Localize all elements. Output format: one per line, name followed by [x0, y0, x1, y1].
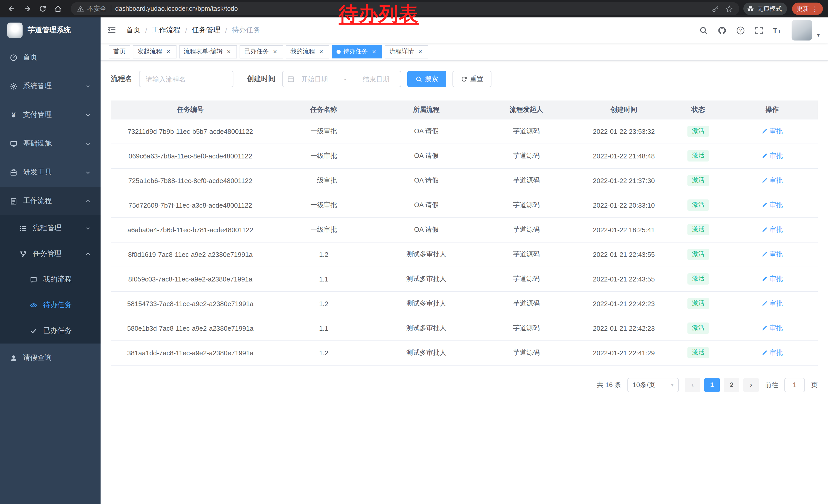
approve-link[interactable]: 审批	[761, 127, 783, 136]
home-icon[interactable]	[51, 2, 65, 15]
approve-link[interactable]: 审批	[761, 225, 783, 234]
cell-initiator: 芋道源码	[475, 316, 578, 340]
cell-created: 2022-01-22 23:53:32	[578, 119, 670, 144]
page-button-1[interactable]: 1	[704, 378, 720, 392]
cell-created: 2022-01-22 18:25:41	[578, 217, 670, 242]
github-icon[interactable]	[718, 26, 727, 35]
sidebar-item-home[interactable]: 首页	[0, 43, 100, 72]
app-logo[interactable]: 芋道管理系统	[0, 17, 100, 43]
fullscreen-icon[interactable]	[755, 26, 763, 35]
goto-page-input[interactable]	[784, 378, 805, 392]
cell-process: OA 请假	[378, 119, 475, 144]
tab-start-process[interactable]: 发起流程 ×	[133, 45, 176, 58]
start-date-input[interactable]	[294, 75, 334, 83]
approve-link[interactable]: 审批	[761, 299, 783, 308]
status-badge: 激活	[688, 273, 709, 284]
tab-home[interactable]: 首页	[109, 45, 130, 58]
active-dot	[336, 49, 341, 54]
sidebar-item-done-task[interactable]: 已办任务	[0, 318, 100, 343]
cell-task-name: 1.2	[270, 340, 378, 365]
prev-page-button[interactable]: ‹	[685, 378, 700, 392]
chevron-down-icon	[85, 170, 91, 175]
key-icon[interactable]	[711, 5, 719, 12]
cell-task-name: 一级审批	[270, 168, 378, 193]
cell-action: 审批	[727, 144, 818, 168]
page-button-2[interactable]: 2	[724, 378, 739, 392]
close-icon[interactable]: ×	[225, 48, 233, 55]
approve-link[interactable]: 审批	[761, 250, 783, 259]
sidebar-item-infrastructure[interactable]: 基础设施	[0, 129, 100, 158]
reset-button[interactable]: 重置	[452, 71, 492, 87]
search-button[interactable]: 搜索	[407, 71, 446, 87]
end-date-input[interactable]	[356, 75, 396, 83]
forward-icon[interactable]	[20, 2, 34, 15]
sidebar-item-my-process[interactable]: 我的流程	[0, 267, 100, 292]
browser-menu-icon[interactable]: ⋮	[812, 5, 818, 12]
approve-link[interactable]: 审批	[761, 348, 783, 357]
breadcrumb-workflow[interactable]: 工作流程	[152, 26, 180, 35]
breadcrumb-current: 待办任务	[232, 26, 260, 35]
approve-link[interactable]: 审批	[761, 176, 783, 185]
column-header-status: 状态	[670, 100, 727, 119]
cell-action: 审批	[727, 217, 818, 242]
cell-task-name: 一级审批	[270, 144, 378, 168]
sidebar-item-workflow[interactable]: 工作流程	[0, 187, 100, 215]
tab-process-detail[interactable]: 流程详情 ×	[385, 45, 428, 58]
sidebar-item-task-mgmt[interactable]: 任务管理	[0, 241, 100, 267]
tab-my-process[interactable]: 我的流程 ×	[286, 45, 329, 58]
reload-icon[interactable]	[36, 2, 49, 15]
cell-action: 审批	[727, 119, 818, 144]
cell-status: 激活	[670, 144, 727, 168]
sidebar-item-dev-tools[interactable]: 研发工具	[0, 158, 100, 187]
approve-link[interactable]: 审批	[761, 274, 783, 283]
process-name-input[interactable]	[139, 71, 234, 87]
update-button[interactable]: 更新 ⋮	[792, 3, 823, 15]
help-icon[interactable]: ?	[736, 26, 745, 35]
star-icon[interactable]	[726, 5, 733, 12]
date-range-picker[interactable]: -	[282, 71, 401, 87]
close-icon[interactable]: ×	[318, 48, 325, 55]
chevron-up-icon	[85, 251, 91, 257]
eye-icon	[30, 301, 37, 309]
search-icon[interactable]	[700, 26, 708, 35]
sidebar-item-system-mgmt[interactable]: 系统管理	[0, 72, 100, 100]
sidebar-item-process-mgmt[interactable]: 流程管理	[0, 215, 100, 241]
approve-link[interactable]: 审批	[761, 200, 783, 210]
close-icon[interactable]: ×	[370, 48, 378, 55]
breadcrumb-home[interactable]: 首页	[126, 26, 140, 35]
status-badge: 激活	[688, 199, 709, 211]
tab-form-edit[interactable]: 流程表单-编辑 ×	[179, 45, 237, 58]
approve-link[interactable]: 审批	[761, 151, 783, 161]
chat-icon	[30, 276, 37, 283]
approve-link[interactable]: 审批	[761, 324, 783, 333]
table-row: 8f059c03-7ac8-11ec-a9e2-a2380e71991a 1.1…	[111, 267, 818, 291]
user-avatar[interactable]	[792, 20, 812, 41]
cell-status: 激活	[670, 291, 727, 316]
cell-task-name: 1.1	[270, 316, 378, 340]
sidebar-fold-icon[interactable]	[107, 25, 118, 36]
font-size-icon[interactable]: TT	[773, 26, 782, 35]
close-icon[interactable]: ×	[272, 48, 279, 55]
avatar-caret-icon[interactable]: ▾	[817, 32, 820, 41]
next-page-button[interactable]: ›	[743, 378, 759, 392]
edit-icon	[761, 128, 768, 134]
sidebar-item-payment-mgmt[interactable]: ¥ 支付管理	[0, 100, 100, 129]
workflow-submenu: 流程管理 任务管理 我的流程 待办任务	[0, 215, 100, 343]
cell-created: 2022-01-21 22:43:55	[578, 242, 670, 267]
page-size-select[interactable]: 10条/页 ▾	[627, 378, 679, 392]
breadcrumb-task-mgmt[interactable]: 任务管理	[192, 26, 220, 35]
chevron-down-icon	[85, 112, 91, 118]
tab-todo-tasks[interactable]: 待办任务 ×	[332, 45, 382, 58]
close-icon[interactable]: ×	[165, 48, 172, 55]
chevron-down-icon: ▾	[671, 382, 673, 387]
status-badge: 激活	[688, 175, 709, 186]
cell-initiator: 芋道源码	[475, 119, 578, 144]
back-icon[interactable]	[5, 2, 18, 15]
tags-view-bar: 首页 发起流程 × 流程表单-编辑 × 已办任务 × 我的流程 ×	[100, 43, 828, 60]
cell-status: 激活	[670, 193, 727, 217]
sidebar-item-leave-query[interactable]: 请假查询	[0, 343, 100, 372]
tab-done-tasks[interactable]: 已办任务 ×	[240, 45, 283, 58]
close-icon[interactable]: ×	[417, 48, 424, 55]
sidebar-item-todo-task[interactable]: 待办任务	[0, 292, 100, 318]
cell-initiator: 芋道源码	[475, 168, 578, 193]
